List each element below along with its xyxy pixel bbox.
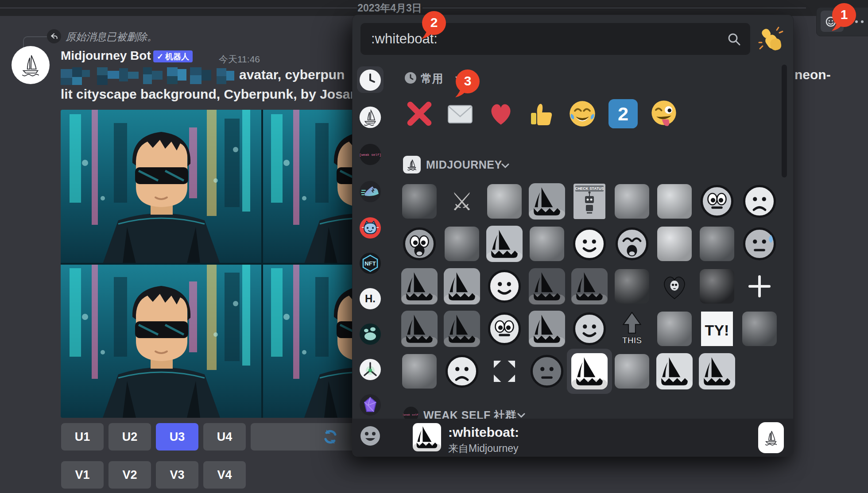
category-midjourney[interactable] (359, 106, 381, 128)
wolf-emoji[interactable] (529, 226, 565, 262)
blob-smiley-emoji[interactable] (486, 268, 523, 304)
chevron-down-icon[interactable] (501, 162, 509, 170)
emoji-search-input[interactable] (360, 23, 750, 55)
this-arrow-emoji[interactable]: THIS (614, 311, 650, 347)
smoke-emoji[interactable] (401, 353, 438, 389)
more-options-icon[interactable] (849, 20, 852, 23)
expand-arrows-emoji[interactable] (486, 353, 523, 389)
svg-text:[weak self]: [weak self] (359, 153, 381, 157)
muscle-man-emoji[interactable] (699, 226, 735, 262)
moon-face-emoji[interactable] (529, 353, 565, 389)
message-hover-toolbar (816, 7, 868, 36)
deleted-original-message-notice[interactable]: 原始消息已被删除。 (66, 30, 157, 44)
category-nft[interactable]: NFT (359, 252, 381, 274)
reroll-button[interactable] (251, 423, 357, 451)
boat-dark-emoji-1[interactable] (529, 268, 565, 304)
clock-icon (404, 72, 417, 84)
dog-emoji[interactable] (486, 183, 523, 220)
envelope-emoji[interactable] (442, 96, 478, 132)
chevron-down-icon[interactable] (455, 75, 463, 83)
svg-text:[weak self]: [weak self] (403, 413, 419, 416)
category-frequent[interactable] (359, 69, 381, 91)
category-paw[interactable] (359, 323, 381, 345)
keycap-2-emoji[interactable]: 2 (605, 96, 641, 132)
svg-text:TY!: TY! (705, 322, 729, 339)
plague-figure-emoji[interactable] (699, 268, 735, 304)
bot-badge-check-icon: ✓ (157, 52, 163, 62)
laughing-mask-emoji[interactable] (614, 226, 650, 262)
variation-button-v2[interactable]: V2 (108, 461, 151, 489)
category-weakself[interactable]: [weak self] (359, 143, 381, 166)
ghost-smiley-emoji[interactable] (571, 311, 608, 347)
boat-light-emoji-2[interactable] (656, 353, 693, 389)
upscale-button-u1[interactable]: U1 (61, 423, 104, 451)
add-reaction-button[interactable] (821, 11, 844, 32)
more-options-icon[interactable] (861, 20, 864, 23)
category-molecule[interactable] (359, 358, 381, 381)
plus-emoji[interactable] (741, 268, 778, 304)
angry-rock-emoji[interactable] (656, 311, 693, 347)
upscale-button-u4[interactable]: U4 (203, 423, 246, 451)
variation-button-v4[interactable]: V4 (203, 461, 246, 489)
robot-statue-emoji[interactable] (614, 353, 650, 389)
nervous-blob-emoji[interactable] (486, 311, 523, 347)
sweat-blob-emoji[interactable] (741, 226, 778, 262)
category-sneaker[interactable] (359, 181, 381, 203)
boat-emoji-3[interactable] (401, 311, 438, 347)
wide-eyes-emoji[interactable] (699, 183, 735, 220)
upscale-button-u2[interactable]: U2 (108, 423, 151, 451)
author-name[interactable]: Midjourney Bot (61, 49, 151, 63)
plague-doctor-emoji[interactable] (614, 268, 650, 304)
doge-emoji[interactable] (614, 183, 650, 220)
svg-text:NFT: NFT (364, 260, 376, 267)
frown-doodle-emoji[interactable] (444, 353, 480, 389)
skull-heart-emoji[interactable] (656, 268, 693, 304)
whiteboat-emoji[interactable] (571, 353, 608, 389)
boat-emoji-5[interactable] (529, 311, 565, 347)
gray-boat-emoji[interactable] (529, 183, 565, 220)
random-emoji-button[interactable] (757, 26, 786, 54)
boat-light-emoji-3[interactable] (699, 353, 735, 389)
boat-light-emoji[interactable] (486, 226, 523, 262)
category-cat-server[interactable] (359, 217, 381, 239)
blob-monster-emoji[interactable] (401, 183, 438, 220)
picker-scrollbar-thumb[interactable] (782, 65, 787, 177)
explosion-emoji[interactable] (741, 311, 778, 347)
doodle-smiley-emoji[interactable] (571, 226, 608, 262)
check-status-robot-emoji[interactable]: CHECK STATUS (571, 183, 608, 220)
cross-mark-emoji[interactable] (401, 96, 438, 132)
category-h-server[interactable]: H. (359, 288, 381, 310)
scream-face-emoji[interactable] (401, 226, 438, 262)
octopus-facepalm-emoji[interactable] (656, 183, 693, 220)
category-gem[interactable] (359, 394, 381, 416)
prompt-text-left: avatar, cyberpun (239, 67, 345, 82)
boat-dark-emoji-2[interactable] (571, 268, 608, 304)
cat-squish-emoji[interactable] (656, 226, 693, 262)
refresh-icon (322, 428, 339, 449)
clapping-hands-icon (757, 26, 786, 54)
sad-ghost-emoji[interactable] (741, 183, 778, 220)
thumbs-up-emoji[interactable] (523, 96, 560, 132)
boat-emoji-2[interactable] (444, 268, 480, 304)
upscale-button-u3[interactable]: U3 (156, 423, 198, 451)
category-standard-emoji[interactable] (359, 425, 381, 447)
emoji-preview-bar: :whiteboat: 来自Midjourney (353, 419, 793, 456)
prompt-text-line2: lit cityscape background, Cyberpunk, by … (61, 87, 358, 102)
emoji-preview-source: 来自Midjourney (448, 442, 519, 455)
reply-arrow-icon (47, 29, 61, 43)
dagger-emoji[interactable]: ⚔ (444, 183, 480, 220)
ty-emoji[interactable]: TY! (699, 311, 735, 347)
emoji-picker-panel: 常用 MIDJOURNEY [weak self] WEAK SELF 社群 (352, 15, 794, 457)
variation-button-v3[interactable]: V3 (156, 461, 198, 489)
variation-button-v1[interactable]: V1 (61, 461, 104, 489)
midjourney-section-header[interactable]: MIDJOURNEY (426, 158, 502, 171)
boat-emoji-1[interactable] (401, 268, 438, 304)
frequent-section-header[interactable]: 常用 (421, 71, 443, 86)
boat-emoji-4[interactable] (444, 311, 480, 347)
red-heart-emoji[interactable] (483, 96, 519, 132)
joy-emoji[interactable] (564, 96, 601, 132)
midjourney-bot-avatar[interactable] (12, 46, 50, 84)
more-options-icon[interactable] (855, 20, 858, 23)
zany-face-emoji[interactable] (646, 96, 682, 132)
glowing-head-emoji[interactable] (444, 226, 480, 262)
